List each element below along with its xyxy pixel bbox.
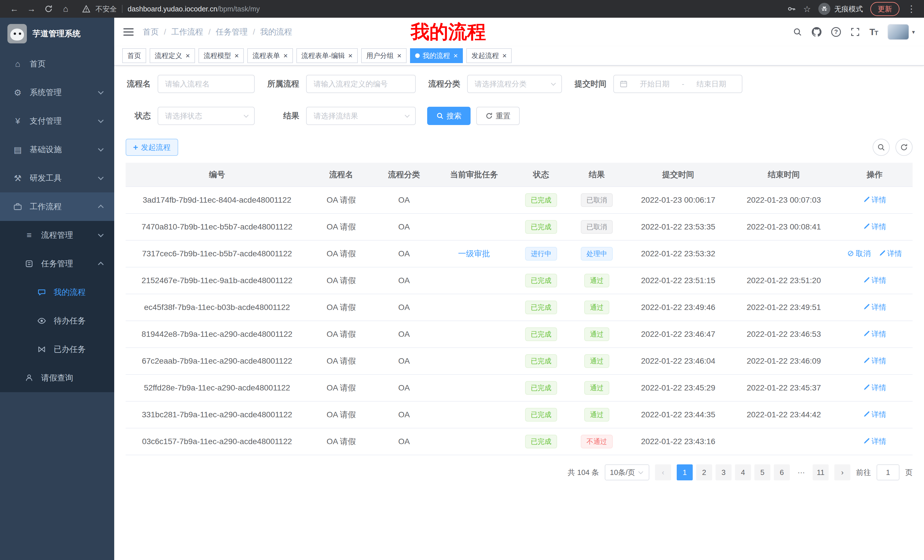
chevron-down-icon: ▾ xyxy=(912,28,915,35)
actions-cell: 详情 xyxy=(837,267,913,294)
address-bar[interactable]: 不安全 dashboard.yudao.iocoder.cn/bpm/task/… xyxy=(82,4,787,14)
tags-view: 首页流程定义×流程模型×流程表单×流程表单-编辑×用户分组×我的流程×发起流程× xyxy=(114,46,924,66)
help-icon[interactable]: ? xyxy=(831,27,841,37)
browser-home-icon[interactable]: ⌂ xyxy=(57,1,74,16)
breadcrumb-item[interactable]: 首页 xyxy=(143,27,159,37)
sidebar-item-todo-tasks[interactable]: 待办任务 xyxy=(0,307,114,335)
back-icon[interactable]: ← xyxy=(6,1,23,16)
hamburger-icon[interactable] xyxy=(123,28,134,36)
sidebar-item-home[interactable]: ⌂首页 xyxy=(0,49,114,78)
close-icon[interactable]: × xyxy=(453,52,458,59)
sidebar-item-infrastructure[interactable]: ▤基础设施 xyxy=(0,135,114,164)
result-cell: 处理中 xyxy=(568,240,626,267)
search-icon[interactable] xyxy=(793,27,802,36)
sidebar-item-devtools[interactable]: ⚒研发工具 xyxy=(0,164,114,192)
close-icon[interactable]: × xyxy=(397,52,402,59)
header-actions: ? TT ▾ xyxy=(793,24,915,40)
page-button[interactable]: 2 xyxy=(696,464,712,481)
tab-process-definition[interactable]: 流程定义× xyxy=(150,48,195,63)
url-path: /bpm/task/my xyxy=(217,5,260,13)
prev-page-button[interactable]: ‹ xyxy=(655,464,671,481)
sidebar-item-process-management[interactable]: ≡流程管理 xyxy=(0,221,114,250)
detail-button[interactable]: 详情 xyxy=(863,195,886,205)
reset-button[interactable]: 重置 xyxy=(476,107,520,125)
row-id: 67c2eaab-7b9a-11ec-a290-acde48001122 xyxy=(126,347,308,374)
detail-button[interactable]: 详情 xyxy=(863,410,886,419)
search-button[interactable]: 搜索 xyxy=(427,107,471,125)
process-name-input[interactable] xyxy=(158,75,255,93)
sidebar-item-payment[interactable]: ¥支付管理 xyxy=(0,107,114,135)
goto-page-input[interactable] xyxy=(877,464,900,481)
page-button[interactable]: 3 xyxy=(716,464,732,481)
avatar[interactable] xyxy=(888,24,909,40)
detail-button[interactable]: 详情 xyxy=(863,436,886,446)
task-link[interactable]: 一级审批 xyxy=(458,249,490,258)
filter-row-1: 流程名 所属流程 流程分类 请选择流程分类 xyxy=(126,75,913,93)
breadcrumb-item[interactable]: 工作流程 xyxy=(171,27,203,37)
detail-button[interactable]: 详情 xyxy=(863,222,886,232)
cancel-button[interactable]: 取消 xyxy=(847,249,871,259)
toggle-search-button[interactable] xyxy=(873,139,890,156)
sidebar-item-label: 我的流程 xyxy=(54,287,86,298)
update-button[interactable]: 更新 xyxy=(870,2,900,16)
tab-process-form[interactable]: 流程表单× xyxy=(247,48,292,63)
fullscreen-icon[interactable] xyxy=(850,27,860,36)
table-row: 3ad174fb-7b9d-11ec-8404-acde48001122OA 请… xyxy=(126,187,913,214)
chevron-down-icon xyxy=(98,89,104,94)
result-select[interactable]: 请选择流结果 xyxy=(306,107,416,125)
github-icon[interactable] xyxy=(812,27,822,37)
tab-label: 用户分组 xyxy=(366,51,394,60)
actions-cell: 详情 xyxy=(837,401,913,428)
refresh-table-button[interactable] xyxy=(896,139,913,156)
logo[interactable]: 芋道管理系统 xyxy=(0,18,114,49)
page-button[interactable]: 6 xyxy=(774,464,790,481)
password-key-icon[interactable] xyxy=(787,4,796,13)
submit-time-range[interactable]: 开始日期 - 结束日期 xyxy=(614,75,742,93)
page-size-select[interactable]: 10条/页 xyxy=(605,464,650,481)
sidebar-item-label: 待办任务 xyxy=(54,315,86,326)
detail-button[interactable]: 详情 xyxy=(879,249,902,259)
forward-icon[interactable]: → xyxy=(23,1,40,16)
tab-user-group[interactable]: 用户分组× xyxy=(361,48,406,63)
sidebar: 芋道管理系统 ⌂首页⚙系统管理¥支付管理▤基础设施⚒研发工具工作流程≡流程管理任… xyxy=(0,18,114,560)
tab-home[interactable]: 首页 xyxy=(122,48,146,63)
row-id: 3ad174fb-7b9d-11ec-8404-acde48001122 xyxy=(126,187,308,214)
page-button[interactable]: 5 xyxy=(754,464,770,481)
close-icon[interactable]: × xyxy=(186,52,190,59)
sidebar-item-system[interactable]: ⚙系统管理 xyxy=(0,78,114,107)
breadcrumb-item[interactable]: 任务管理 xyxy=(216,27,248,37)
detail-button[interactable]: 详情 xyxy=(863,329,886,339)
tab-process-model[interactable]: 流程模型× xyxy=(198,48,244,63)
detail-button[interactable]: 详情 xyxy=(863,302,886,312)
close-icon[interactable]: × xyxy=(502,52,507,59)
sidebar-item-workflow[interactable]: 工作流程 xyxy=(0,192,114,221)
start-process-button[interactable]: + 发起流程 xyxy=(126,139,178,156)
tab-process-form-edit[interactable]: 流程表单-编辑× xyxy=(296,48,358,63)
status-select[interactable]: 请选择状态 xyxy=(158,107,255,125)
sidebar-item-leave-query[interactable]: 请假查询 xyxy=(0,364,114,392)
process-category-select[interactable]: 请选择流程分类 xyxy=(467,75,562,93)
actions-cell: 详情 xyxy=(837,347,913,374)
sidebar-item-my-process[interactable]: 我的流程 xyxy=(0,278,114,307)
column-header: 当前审批任务 xyxy=(434,163,514,187)
bookmark-star-icon[interactable]: ☆ xyxy=(803,4,811,14)
sidebar-item-done-tasks[interactable]: 已办任务 xyxy=(0,335,114,364)
close-icon[interactable]: × xyxy=(348,52,352,59)
close-icon[interactable]: × xyxy=(234,52,239,59)
process-key-input[interactable] xyxy=(306,75,416,93)
font-size-icon[interactable]: TT xyxy=(870,27,878,37)
next-page-button[interactable]: › xyxy=(834,464,850,481)
reload-icon[interactable] xyxy=(40,1,57,16)
page-button[interactable]: 11 xyxy=(813,464,829,481)
browser-menu-icon[interactable]: ⋮ xyxy=(907,3,916,14)
close-icon[interactable]: × xyxy=(283,52,288,59)
tab-start-process[interactable]: 发起流程× xyxy=(466,48,512,63)
detail-button[interactable]: 详情 xyxy=(863,383,886,393)
tab-my-process[interactable]: 我的流程× xyxy=(410,48,463,63)
page-button[interactable]: 4 xyxy=(735,464,751,481)
sidebar-item-task-management[interactable]: 任务管理 xyxy=(0,250,114,278)
detail-button[interactable]: 详情 xyxy=(863,276,886,285)
detail-button[interactable]: 详情 xyxy=(863,356,886,366)
user-menu[interactable]: ▾ xyxy=(888,24,915,40)
page-button[interactable]: 1 xyxy=(677,464,693,481)
